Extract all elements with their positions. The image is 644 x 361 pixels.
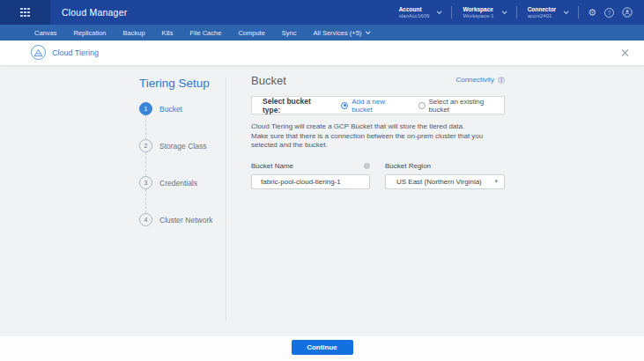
step-label: Bucket xyxy=(159,105,182,114)
chevron-down-icon xyxy=(502,9,507,14)
step-connector-line xyxy=(145,115,146,139)
step-number-badge: 1 xyxy=(139,102,152,115)
step-connector-line xyxy=(145,189,146,213)
continue-button[interactable]: Continue xyxy=(292,340,353,355)
nav-item-compute[interactable]: Compute xyxy=(238,29,264,37)
wizard-title: Tiering Setup xyxy=(139,77,212,90)
connectivity-link[interactable]: Connectivity i xyxy=(455,76,505,84)
description-text: Cloud Tiering will create a GCP Bucket t… xyxy=(251,122,505,151)
step-label: Credentials xyxy=(159,179,197,188)
step-number-badge: 2 xyxy=(139,139,152,152)
wizard-step-bucket[interactable]: 1 Bucket xyxy=(139,102,212,115)
chevron-down-icon xyxy=(564,9,569,14)
step-label: Storage Class xyxy=(159,142,206,151)
nav-item-k8s[interactable]: K8s xyxy=(162,29,174,37)
radio-button-icon xyxy=(418,102,426,109)
account-label: Account xyxy=(399,6,430,13)
wizard-step-storage-class[interactable]: 2 Storage Class xyxy=(139,139,212,152)
nav-item-file-cache[interactable]: File Cache xyxy=(190,29,222,37)
wizard-step-cluster-network[interactable]: 4 Cluster Network xyxy=(139,213,212,226)
workspace-value: Workspace-1 xyxy=(463,13,493,19)
chevron-down-icon xyxy=(437,9,442,14)
nav-item-all-services[interactable]: All Services (+5) xyxy=(314,29,370,37)
top-header: Cloud Manager Account idanAcc1609 Worksp… xyxy=(0,0,644,25)
wizard-step-credentials[interactable]: 3 Credentials xyxy=(139,176,212,189)
info-icon: i xyxy=(498,77,505,84)
divider xyxy=(226,77,226,321)
step-number-badge: 3 xyxy=(139,176,152,189)
header-right-group: Account idanAcc1609 Workspace Workspace-… xyxy=(397,0,633,25)
account-menu[interactable]: Account idanAcc1609 xyxy=(397,6,443,19)
apps-grid-icon xyxy=(20,8,30,18)
info-icon xyxy=(364,163,370,169)
nav-item-sync[interactable]: Sync xyxy=(282,29,297,37)
page-title: Bucket xyxy=(251,74,286,87)
settings-gear-icon[interactable]: ⚙ xyxy=(588,8,596,18)
radio-select-existing-bucket[interactable]: Select an existing bucket xyxy=(418,98,504,114)
nav-item-backup[interactable]: Backup xyxy=(123,29,145,37)
nav-item-replication[interactable]: Replication xyxy=(73,29,106,37)
connector-value: accnt2401 xyxy=(528,13,557,19)
connector-menu[interactable]: Connector accnt2401 xyxy=(526,6,570,19)
bucket-type-card: Select bucket type: Add a new bucket Sel… xyxy=(251,96,505,114)
service-title: Cloud Tiering xyxy=(52,48,99,57)
radio-button-icon xyxy=(341,102,348,109)
app-title: Cloud Manager xyxy=(62,7,127,18)
step-label: Cluster Network xyxy=(159,216,212,225)
main-panel: Bucket Connectivity i Select bucket type… xyxy=(251,74,505,189)
bucket-type-label: Select bucket type: xyxy=(263,97,329,114)
radio-add-new-bucket[interactable]: Add a new bucket xyxy=(341,98,405,114)
close-icon[interactable] xyxy=(620,48,629,57)
cloud-tiering-icon xyxy=(31,45,46,60)
workspace-label: Workspace xyxy=(463,6,493,13)
divider xyxy=(451,6,452,18)
services-navbar: Canvas Replication Backup K8s File Cache… xyxy=(0,25,644,41)
step-connector-line xyxy=(145,152,146,176)
user-account-icon[interactable] xyxy=(622,7,633,18)
divider xyxy=(578,6,579,18)
bucket-name-label: Bucket Name xyxy=(251,162,293,170)
bucket-region-select[interactable]: US East (Northern Virginia) ▾ xyxy=(385,174,505,189)
help-icon[interactable]: ? xyxy=(604,8,614,18)
step-number-badge: 4 xyxy=(139,213,152,226)
apps-grid-button[interactable] xyxy=(0,0,50,25)
wizard-sidebar: Tiering Setup 1 Bucket 2 Storage Class 3… xyxy=(139,77,212,226)
workspace-menu[interactable]: Workspace Workspace-1 xyxy=(461,6,507,19)
account-value: idanAcc1609 xyxy=(399,13,430,19)
content-area: Tiering Setup 1 Bucket 2 Storage Class 3… xyxy=(0,65,644,336)
service-title-bar: Cloud Tiering xyxy=(0,41,644,65)
connector-label: Connector xyxy=(528,6,557,13)
bucket-region-field: Bucket Region US East (Northern Virginia… xyxy=(385,162,505,189)
bucket-name-input[interactable] xyxy=(251,174,370,189)
footer-bar: Continue xyxy=(0,336,644,361)
chevron-down-icon xyxy=(366,29,371,34)
divider xyxy=(516,6,517,18)
nav-item-canvas[interactable]: Canvas xyxy=(34,29,56,37)
bucket-name-field: Bucket Name xyxy=(251,162,370,189)
chevron-down-icon: ▾ xyxy=(494,178,498,185)
bucket-region-label: Bucket Region xyxy=(385,162,431,170)
